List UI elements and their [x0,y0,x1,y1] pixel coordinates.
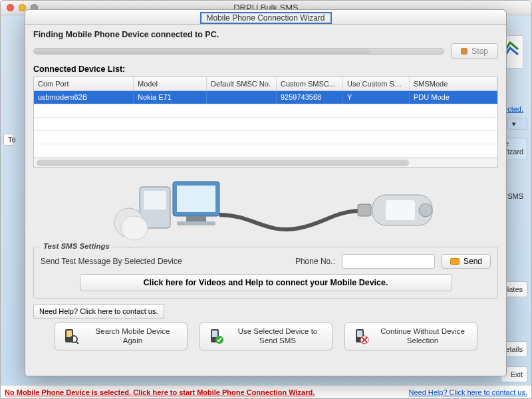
svg-point-11 [419,203,432,217]
stop-button-label: Stop [471,47,488,56]
svg-rect-5 [177,221,215,225]
skip-device-icon [352,327,370,346]
svg-point-7 [121,216,148,240]
no-device-warning-link[interactable]: No Mobile Phone Device is selected. Clic… [5,388,315,396]
svg-rect-3 [177,186,215,212]
search-device-icon [62,327,80,346]
svg-rect-20 [357,331,362,337]
device-table-header: Com Port Model Default SMSC No. Custom S… [34,77,497,91]
cell-default-smsc [207,91,277,104]
send-button-label: Send [464,257,482,266]
dialog-body: Finding Mobile Phone Device connected to… [25,25,506,357]
table-row[interactable] [34,131,497,144]
need-help-button[interactable]: Need Help? Click here to contact us. [33,304,164,319]
table-row[interactable] [34,144,497,158]
table-horizontal-scrollbar[interactable] [34,158,497,167]
phone-number-label: Phone No.: [295,257,335,266]
cell-com-port: usbmodem62B [34,91,134,104]
dialog-titlebar: Mobile Phone Connection Wizard [25,10,506,25]
svg-rect-4 [186,216,206,221]
search-again-button[interactable]: Search Mobile Device Again [55,323,188,350]
cell-use-custom: Y [343,91,410,104]
stop-button[interactable]: Stop [451,43,498,59]
svg-line-15 [76,341,78,344]
connection-wizard-dialog: Mobile Phone Connection Wizard Finding M… [25,9,507,376]
connection-illustration [33,173,498,243]
test-message-label: Send Test Message By Selected Device [41,257,182,266]
continue-without-label: Continue Without Device Selection [376,327,470,346]
device-table: Com Port Model Default SMSC No. Custom S… [33,76,498,168]
cell-model: Nokia E71 [134,91,207,104]
use-device-icon [207,327,225,346]
svg-rect-1 [144,191,166,209]
videos-help-button[interactable]: Click here for Videos and Help to connec… [80,274,452,291]
connected-device-list-label: Connected Device List: [33,65,498,74]
phone-number-input[interactable] [342,254,435,269]
dialog-title: Mobile Phone Connection Wizard [200,12,331,24]
close-window-button[interactable] [7,4,14,11]
test-sms-settings-group: Test SMS Settings Send Test Message By S… [33,247,498,299]
test-sms-legend: Test SMS Settings [41,242,112,250]
table-row[interactable] [34,104,497,118]
svg-rect-10 [386,200,415,220]
action-buttons-row: Search Mobile Device Again Use Selected … [33,323,498,350]
cell-custom-smsc: 9259743568 [277,91,343,104]
col-com-port[interactable]: Com Port [34,77,134,90]
test-sms-row: Send Test Message By Selected Device Pho… [41,254,491,269]
search-again-label: Search Mobile Device Again [86,327,180,346]
col-default-smsc[interactable]: Default SMSC No. [207,77,277,90]
table-row[interactable] [34,118,497,131]
to-label-peek: To [3,134,14,146]
status-bar-help-link[interactable]: Need Help? Click here to contact us. [408,388,527,396]
envelope-icon [450,258,460,265]
finding-device-label: Finding Mobile Phone Device connected to… [33,30,498,39]
use-selected-label: Use Selected Device to Send SMS [231,327,325,346]
table-row[interactable]: usbmodem62B Nokia E71 9259743568 Y PDU M… [34,91,497,104]
stop-icon [461,48,467,55]
sms-text: SMS [507,192,523,200]
col-custom-smsc[interactable]: Custom SMSC... [277,77,343,90]
scan-progress-bar [33,48,444,55]
col-model[interactable]: Model [134,77,207,90]
col-sms-mode[interactable]: SMSMode [410,77,497,90]
cell-sms-mode: PDU Mode [410,91,497,104]
status-bar: No Mobile Phone Device is selected. Clic… [1,385,531,398]
svg-rect-8 [358,204,371,216]
svg-rect-13 [66,331,72,337]
use-selected-button[interactable]: Use Selected Device to Send SMS [200,323,332,350]
svg-rect-17 [212,331,217,337]
col-use-custom[interactable]: Use Custom SM... [343,77,410,90]
dropdown-peek[interactable]: ▾ [507,118,527,130]
progress-row: Stop [33,43,498,59]
send-button[interactable]: Send [442,254,491,269]
continue-without-button[interactable]: Continue Without Device Selection [344,323,477,350]
